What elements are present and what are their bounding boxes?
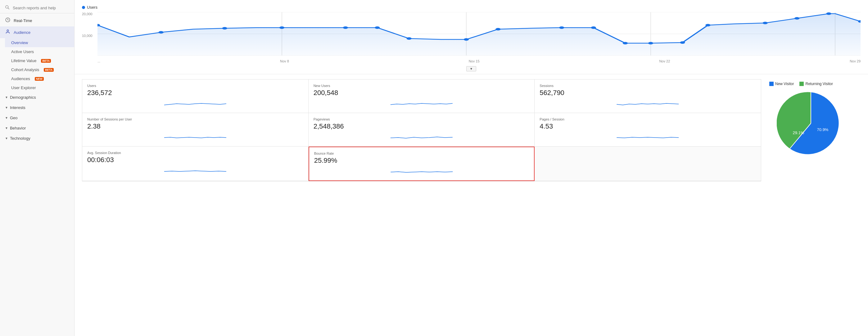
sidebar-item-audiences[interactable]: Audiences NEW [5,74,74,83]
active-users-label: Active Users [11,50,34,54]
new-visitor-color [769,82,774,86]
x-label-dots: ... [97,59,100,63]
svg-point-17 [406,37,411,40]
pie-legend-returning-visitor: Returning Visitor [799,82,833,86]
sidebar-item-user-explorer[interactable]: User Explorer [5,83,74,92]
sidebar-item-realtime[interactable]: Real-Time [0,14,74,26]
metric-new-users: New Users 200,548 [309,80,535,113]
sidebar-item-behavior[interactable]: ▼ Behavior [0,123,74,133]
y-label-10000: 10,000 [82,34,97,37]
users-legend-dot [82,6,85,9]
metrics-section: Users 236,572 New Users 200,548 Sessions… [74,74,868,186]
metric-pageviews-sparkline [314,132,530,141]
pie-chart-svg: 70.9% 29.1% [777,89,845,157]
metric-avg-session-duration-label: Avg. Session Duration [87,151,303,155]
cohort-analysis-label: Cohort Analysis [11,67,39,72]
metric-users: Users 236,572 [82,80,309,113]
geo-label: Geo [10,116,18,120]
interests-arrow-icon: ▼ [5,106,8,109]
chart-dropdown-button[interactable]: ▼ [466,66,476,71]
svg-point-16 [375,26,380,29]
sidebar-item-demographics[interactable]: ▼ Demographics [0,92,74,102]
realtime-icon [5,18,10,24]
svg-point-12 [159,31,164,34]
pie-section: New Visitor Returning Visitor [761,79,861,181]
lifetime-value-badge: BETA [41,59,51,63]
cohort-analysis-badge: BETA [44,68,54,72]
svg-point-18 [464,38,469,41]
svg-point-14 [279,26,284,29]
new-visitor-label: New Visitor [775,82,794,86]
metric-bounce-rate-value: 25.99% [314,156,529,164]
overview-label: Overview [11,40,28,45]
svg-point-13 [222,27,227,30]
pie-legend-new-visitor: New Visitor [769,82,794,86]
sidebar-item-overview[interactable]: Overview [5,38,74,47]
line-chart-area: Users 20,000 10,000 [74,0,868,74]
chart-x-labels: ... Nov 8 Nov 15 Nov 22 Nov 29 [97,57,861,65]
new-visitor-pct: 70.9% [817,127,829,132]
pie-chart: 70.9% 29.1% [777,89,845,157]
sidebar-item-active-users[interactable]: Active Users [5,47,74,56]
metric-pages-per-session-label: Pages / Session [539,117,756,121]
users-legend-label: Users [87,5,97,10]
metric-users-value: 236,572 [87,89,303,97]
sidebar-item-geo[interactable]: ▼ Geo [0,113,74,123]
demographics-arrow-icon: ▼ [5,96,8,99]
x-label-nov29: Nov 29 [850,59,861,63]
metric-pages-per-session-sparkline [539,132,756,141]
svg-point-21 [591,26,596,29]
sidebar-item-lifetime-value[interactable]: Lifetime Value BETA [5,56,74,65]
svg-point-26 [763,22,768,24]
returning-visitor-pct: 29.1% [793,130,804,135]
metric-sessions-per-user-sparkline [87,132,303,141]
metric-pageviews-label: Pageviews [314,117,530,121]
search-input[interactable] [13,6,69,10]
svg-point-23 [648,42,653,44]
x-label-nov22: Nov 22 [659,59,670,63]
metric-avg-session-duration-value: 00:06:03 [87,156,303,164]
metric-new-users-sparkline [314,99,530,108]
metric-bounce-rate-sparkline [314,166,529,175]
metric-sessions-per-user-label: Number of Sessions per User [87,117,303,121]
sidebar-item-audience-label: Audience [14,30,30,35]
metric-new-users-label: New Users [314,84,530,88]
metric-sessions-per-user: Number of Sessions per User 2.38 [82,113,309,147]
metric-users-sparkline [87,99,303,108]
sidebar-item-cohort-analysis[interactable]: Cohort Analysis BETA [5,65,74,74]
svg-line-1 [8,8,9,9]
metrics-grid-container: Users 236,572 New Users 200,548 Sessions… [82,79,761,181]
chart-canvas [97,12,861,56]
search-icon [5,5,10,10]
sidebar-item-technology[interactable]: ▼ Technology [0,133,74,144]
behavior-label: Behavior [10,126,26,130]
metric-empty [535,147,761,181]
search-bar[interactable] [0,2,74,13]
sidebar-item-realtime-label: Real-Time [14,18,32,23]
technology-arrow-icon: ▼ [5,136,8,140]
returning-visitor-color [799,82,804,86]
metric-pages-per-session: Pages / Session 4.53 [535,113,761,147]
interests-label: Interests [10,105,26,110]
metric-pageviews-value: 2,548,386 [314,122,530,130]
user-explorer-label: User Explorer [11,85,36,90]
returning-visitor-label: Returning Visitor [805,82,833,86]
metric-sessions-value: 562,790 [539,89,756,97]
metrics-grid: Users 236,572 New Users 200,548 Sessions… [82,79,761,181]
sidebar-item-audience[interactable]: Audience [0,26,74,38]
metric-users-label: Users [87,84,303,88]
lifetime-value-label: Lifetime Value [11,58,36,63]
x-label-nov15: Nov 15 [469,59,479,63]
svg-point-27 [795,17,799,20]
sidebar-item-interests[interactable]: ▼ Interests [0,102,74,113]
svg-point-25 [705,24,710,26]
metric-bounce-rate-label: Bounce Rate [314,152,529,155]
y-label-20000: 20,000 [82,12,97,16]
metric-sessions-label: Sessions [539,84,756,88]
audiences-label: Audiences [11,77,30,81]
svg-point-19 [495,28,500,30]
chart-y-labels: 20,000 10,000 [82,12,97,56]
chart-legend: Users [82,5,861,10]
line-chart-svg [97,12,861,56]
x-label-nov8: Nov 8 [280,59,289,63]
